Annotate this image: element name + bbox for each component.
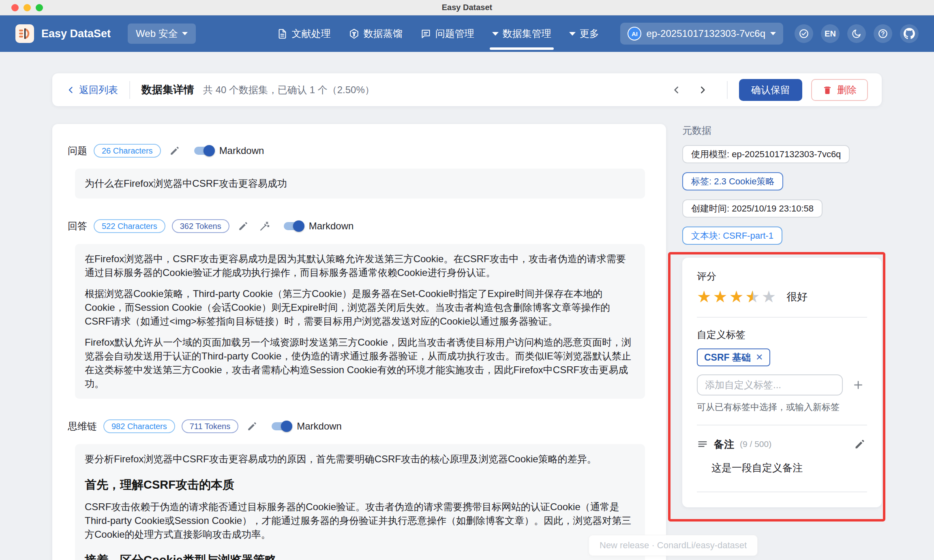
notes-header: 备注 (9 / 500) [697, 437, 867, 451]
nav-actions: EN [795, 24, 919, 43]
markdown-toggle-label: Markdown [219, 145, 264, 156]
ai-badge-icon: AI [628, 27, 641, 41]
add-tag-button[interactable] [849, 376, 867, 394]
cot-label: 思维链 [68, 420, 97, 433]
markdown-toggle-label: Markdown [297, 421, 342, 432]
answer-label: 回答 [68, 220, 87, 233]
edit-question-button[interactable] [167, 143, 182, 158]
star-icon[interactable]: ★★ [745, 288, 760, 306]
window-title: Easy Dataset [442, 3, 493, 12]
answer-markdown-toggle[interactable]: Markdown [284, 220, 354, 232]
tag-badge[interactable]: 标签: 2.3 Cookie策略 [682, 172, 783, 190]
divider [697, 492, 867, 492]
check-circle-icon [799, 28, 809, 39]
chevron-left-icon [671, 85, 682, 95]
project-selector-label: Web 安全 [136, 27, 178, 40]
cot-markdown-toggle[interactable]: Markdown [272, 421, 342, 432]
ai-optimize-button[interactable] [257, 219, 272, 233]
back-to-list-link[interactable]: 返回列表 [66, 83, 118, 96]
zoom-window-button[interactable] [36, 4, 43, 11]
paragraph: 在Firefox浏览器中，CSRF攻击更容易成功是因为其默认策略允许发送第三方C… [85, 252, 635, 280]
custom-tag-chip[interactable]: CSRF 基础 ✕ [697, 348, 770, 366]
magic-wand-icon [259, 220, 270, 232]
chevron-left-icon [66, 85, 76, 95]
project-selector[interactable]: Web 安全 [128, 24, 196, 44]
model-used-badge: 使用模型: ep-20251017132303-7vc6q [682, 145, 850, 163]
star-icon[interactable]: ★ [761, 288, 776, 306]
toggle-on-icon [272, 422, 291, 430]
star-icon[interactable]: ★ [697, 288, 711, 306]
rating-row: ★★★★★★ 很好 [697, 288, 867, 306]
plus-icon [852, 379, 864, 391]
help-button[interactable] [874, 24, 892, 43]
half-star-overlay: ★ [745, 288, 753, 306]
character-count-badge: 26 Characters [94, 144, 161, 158]
easy-dataset-logo-icon [18, 27, 32, 41]
question-markdown-toggle[interactable]: Markdown [194, 145, 264, 156]
language-button[interactable]: EN [821, 24, 840, 43]
paragraph: 根据浏览器Cookie策略，Third-party Cookie（第三方Cook… [85, 287, 635, 328]
token-count-badge: 711 Tokens [182, 419, 238, 433]
page-title: 数据集详情 [141, 83, 194, 97]
close-window-button[interactable] [11, 4, 19, 11]
confirm-keep-button[interactable]: 确认保留 [739, 79, 802, 101]
nav-item-literature[interactable]: 文献处理 [277, 15, 331, 52]
nav-item-distill[interactable]: 数据蒸馏 [349, 15, 403, 52]
note-text: 这是一段自定义备注 [711, 461, 867, 475]
notes-count: (9 / 500) [740, 439, 771, 449]
theme-toggle-button[interactable] [847, 24, 866, 43]
nav-item-datasets[interactable]: 数据集管理 [492, 15, 551, 52]
model-selector-label: ep-20251017132303-7vc6q [646, 28, 765, 39]
chat-icon [420, 28, 431, 39]
delete-button[interactable]: 删除 [811, 79, 868, 101]
character-count-badge: 522 Characters [94, 219, 165, 233]
cot-header: 思维链 982 Characters 711 Tokens Markdown [68, 419, 651, 434]
created-time-badge: 创建时间: 2025/10/19 23:10:58 [682, 199, 823, 218]
moon-icon [851, 28, 862, 39]
github-icon [904, 28, 915, 39]
prev-dataset-button[interactable] [668, 81, 686, 99]
nav-item-label: 数据蒸馏 [364, 27, 403, 40]
next-dataset-button[interactable] [694, 81, 711, 99]
notes-label: 备注 [714, 438, 734, 451]
release-toast[interactable]: New release · ConardLi/easy-dataset [589, 535, 758, 556]
dataset-count-summary: 共 40 个数据集，已确认 1 个（2.50%） [203, 83, 375, 96]
star-icon[interactable]: ★ [713, 288, 728, 306]
chunk-badge[interactable]: 文本块: CSRF-part-1 [682, 227, 782, 245]
app-logo[interactable] [15, 24, 34, 43]
pencil-icon [854, 438, 865, 450]
rating-label: 评分 [697, 270, 867, 283]
token-count-badge: 362 Tokens [172, 219, 229, 233]
markdown-toggle-label: Markdown [309, 220, 354, 232]
nav-item-questions[interactable]: 问题管理 [420, 15, 474, 52]
cot-heading: 接着，区分Cookie类型与浏览器策略 [85, 552, 635, 560]
model-selector[interactable]: AI ep-20251017132303-7vc6q [620, 23, 783, 45]
help-icon [878, 28, 888, 39]
nav-menu: 文献处理 数据蒸馏 问题管理 数据集管理 更多 [277, 15, 599, 52]
edit-note-button[interactable] [853, 437, 867, 451]
caret-down-icon [182, 32, 188, 35]
paragraph: Firefox默认允许从一个域的页面加载另一个域资源时发送第三方Cookie，因… [85, 336, 635, 391]
star-icon[interactable]: ★ [729, 288, 744, 306]
tasks-check-button[interactable] [795, 24, 813, 43]
question-header: 问题 26 Characters Markdown [68, 143, 651, 158]
answer-header: 回答 522 Characters 362 Tokens Markdown [68, 219, 651, 233]
nav-item-label: 文献处理 [292, 27, 331, 40]
github-button[interactable] [900, 24, 919, 43]
top-nav: Easy DataSet Web 安全 文献处理 数据蒸馏 问题管理 [0, 15, 934, 52]
edit-cot-button[interactable] [245, 419, 259, 434]
custom-tag-label: CSRF 基础 [704, 351, 751, 364]
star-rating[interactable]: ★★★★★★ [697, 288, 776, 306]
window-titlebar: Easy Dataset [0, 0, 934, 15]
edit-answer-button[interactable] [236, 219, 251, 233]
divider [697, 317, 867, 318]
divider [727, 81, 728, 99]
trash-icon [823, 85, 832, 95]
minimize-window-button[interactable] [24, 4, 31, 11]
caret-down-icon [492, 32, 499, 36]
active-tab-underline [490, 47, 554, 50]
add-tag-input[interactable] [697, 374, 843, 395]
nav-item-more[interactable]: 更多 [569, 15, 599, 52]
remove-tag-icon[interactable]: ✕ [756, 352, 763, 363]
cot-heading: 首先，理解CSRF攻击的本质 [85, 477, 635, 493]
